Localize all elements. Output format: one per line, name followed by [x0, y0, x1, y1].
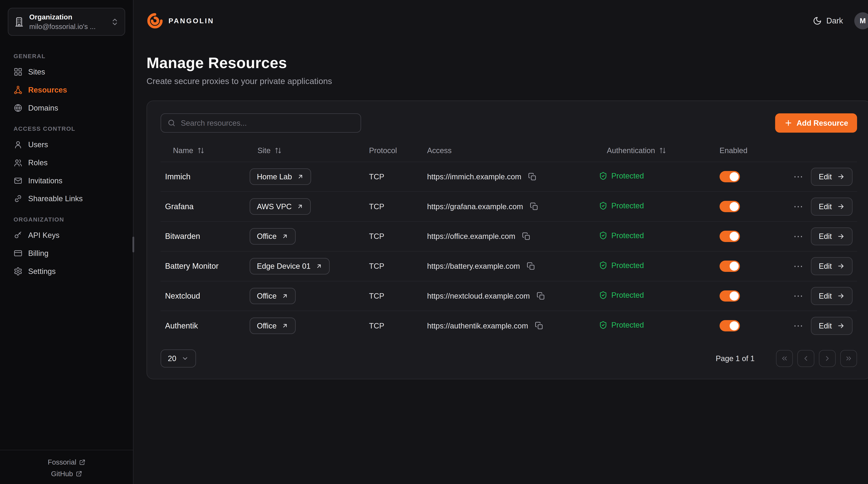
last-page-button[interactable]	[840, 350, 857, 367]
chevron-right-icon	[824, 355, 831, 362]
enabled-toggle[interactable]	[720, 320, 740, 331]
row-menu-button[interactable]: ⋯	[793, 321, 803, 331]
enabled-toggle[interactable]	[720, 201, 740, 212]
gear-icon	[13, 267, 23, 276]
resource-name: Nextcloud	[165, 292, 200, 300]
enabled-toggle[interactable]	[720, 291, 740, 302]
sort-by-site-button[interactable]: Site	[257, 146, 282, 155]
enabled-toggle[interactable]	[720, 171, 740, 182]
row-menu-button[interactable]: ⋯	[793, 262, 803, 271]
page-title: Manage Resources	[147, 54, 868, 72]
arrow-right-icon	[837, 262, 845, 270]
sidebar-item-roles[interactable]: Roles	[8, 154, 125, 171]
page-size-select[interactable]: 20	[161, 350, 196, 367]
site-link-button[interactable]: Home Lab	[250, 169, 311, 185]
shield-check-icon	[599, 231, 608, 240]
previous-page-button[interactable]	[797, 350, 814, 367]
copy-url-button[interactable]	[534, 321, 545, 331]
sidebar-item-sites[interactable]: Sites	[8, 63, 125, 80]
copy-url-button[interactable]	[529, 201, 539, 212]
chevrons-right-icon	[845, 355, 852, 362]
org-selector[interactable]: Organization milo@fossorial.io's ...	[8, 8, 125, 36]
copy-icon	[535, 322, 544, 330]
sidebar-item-shareable-links[interactable]: Shareable Links	[8, 190, 125, 207]
search-input[interactable]	[181, 119, 354, 127]
sidebar-nav: GENERAL Sites Resources Domains ACCESS C…	[0, 44, 133, 281]
edit-button[interactable]: Edit	[811, 257, 853, 275]
copy-url-button[interactable]	[521, 231, 532, 242]
building-icon	[14, 17, 24, 27]
access-url: https://grafana.example.com	[427, 202, 523, 211]
sidebar-item-domains[interactable]: Domains	[8, 99, 125, 116]
sidebar-footer: Fossorial GitHub	[0, 450, 133, 484]
shield-check-icon	[599, 291, 608, 299]
auth-status-badge: Protected	[599, 201, 644, 210]
pangolin-logo	[147, 12, 163, 29]
access-url: https://nextcloud.example.com	[427, 292, 530, 300]
row-menu-button[interactable]: ⋯	[793, 202, 803, 211]
resources-table: Name Site Protocol Access	[161, 140, 857, 340]
sidebar-item-users[interactable]: Users	[8, 136, 125, 153]
resource-name: Battery Monitor	[165, 262, 219, 270]
row-menu-button[interactable]: ⋯	[793, 232, 803, 241]
add-resource-button[interactable]: Add Resource	[775, 113, 857, 132]
sidebar-item-settings[interactable]: Settings	[8, 263, 125, 280]
shield-check-icon	[599, 321, 608, 329]
sidebar-item-label: API Keys	[28, 231, 59, 240]
main-content: PANGOLIN Dark M Manage Resources Create …	[133, 0, 868, 484]
sort-by-name-button[interactable]: Name	[173, 146, 205, 155]
edit-button[interactable]: Edit	[811, 287, 853, 305]
row-menu-button[interactable]: ⋯	[793, 172, 803, 181]
user-avatar[interactable]: M	[854, 12, 868, 29]
protocol-value: TCP	[369, 172, 384, 181]
edit-button[interactable]: Edit	[811, 198, 853, 216]
sidebar-item-api-keys[interactable]: API Keys	[8, 227, 125, 244]
edit-button[interactable]: Edit	[811, 228, 853, 245]
copy-url-button[interactable]	[527, 171, 538, 182]
table-row: Bitwarden Office TCP https://office.exam…	[161, 221, 857, 251]
theme-toggle-button[interactable]: Dark	[813, 16, 843, 25]
section-label-general: GENERAL	[8, 53, 125, 60]
access-url: https://battery.example.com	[427, 262, 520, 270]
mail-icon	[13, 176, 23, 185]
resource-name: Bitwarden	[165, 232, 200, 241]
copy-url-button[interactable]	[535, 291, 546, 301]
auth-status-badge: Protected	[599, 291, 644, 299]
copy-url-button[interactable]	[526, 261, 536, 272]
sidebar-item-billing[interactable]: Billing	[8, 245, 125, 262]
footer-link-github[interactable]: GitHub	[51, 470, 82, 478]
copy-icon	[530, 202, 538, 211]
arrow-right-icon	[837, 292, 845, 300]
first-page-button[interactable]	[776, 350, 793, 367]
sort-by-authentication-button[interactable]: Authentication	[607, 146, 666, 155]
resource-name: Immich	[165, 172, 190, 181]
site-link-button[interactable]: AWS VPC	[250, 198, 311, 215]
users-icon	[13, 158, 23, 167]
row-menu-button[interactable]: ⋯	[793, 291, 803, 301]
sidebar-scrollbar-thumb[interactable]	[132, 237, 134, 252]
sidebar-item-resources[interactable]: Resources	[8, 82, 125, 98]
brand-name: PANGOLIN	[168, 17, 214, 25]
copy-icon	[528, 173, 536, 181]
enabled-toggle[interactable]	[720, 231, 740, 242]
edit-button[interactable]: Edit	[811, 168, 853, 186]
enabled-toggle[interactable]	[720, 261, 740, 272]
access-url: https://authentik.example.com	[427, 322, 528, 330]
next-page-button[interactable]	[819, 350, 836, 367]
sidebar-item-label: Invitations	[28, 176, 62, 185]
site-link-button[interactable]: Office	[250, 288, 296, 304]
site-link-button[interactable]: Office	[250, 228, 296, 245]
arrow-up-right-icon	[297, 203, 304, 210]
sidebar-item-label: Shareable Links	[28, 194, 83, 203]
footer-link-fossorial[interactable]: Fossorial	[48, 458, 85, 466]
site-link-button[interactable]: Edge Device 01	[250, 258, 330, 274]
edit-button[interactable]: Edit	[811, 317, 853, 335]
sort-icon	[659, 147, 666, 154]
site-link-button[interactable]: Office	[250, 317, 296, 334]
moon-icon	[813, 16, 822, 25]
copy-icon	[527, 262, 535, 270]
auth-status-badge: Protected	[599, 261, 644, 270]
external-link-icon	[79, 459, 85, 465]
arrow-up-right-icon	[282, 293, 288, 299]
sidebar-item-invitations[interactable]: Invitations	[8, 172, 125, 189]
